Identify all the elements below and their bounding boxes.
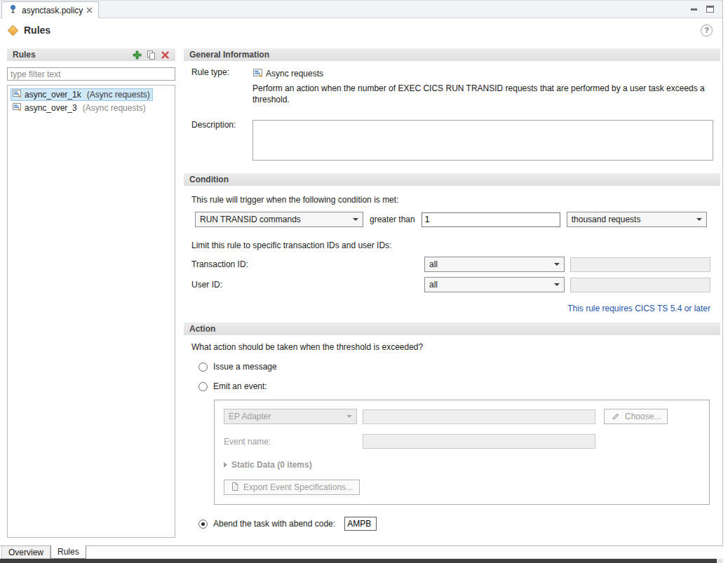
rule-detail-panel: General Information Rule type:: [184, 48, 720, 545]
rules-tree[interactable]: async_over_1k (Async requests): [7, 85, 175, 538]
tab-overview-label: Overview: [8, 548, 43, 557]
condition-operand-value: RUN TRANSID commands: [200, 215, 301, 224]
abend-code-input[interactable]: [344, 517, 377, 531]
view-window-controls: [690, 5, 714, 13]
tab-overview[interactable]: Overview: [1, 545, 50, 559]
radio-icon[interactable]: [198, 520, 208, 529]
transaction-id-input: [570, 257, 710, 272]
chevron-down-icon: [353, 218, 358, 221]
application-window: asynctask.policy Rules ? Rules: [0, 0, 728, 563]
condition-intro: This rule will trigger when the followin…: [184, 195, 720, 205]
help-icon[interactable]: ?: [701, 25, 713, 36]
ep-adapter-name-input: [363, 409, 595, 424]
rule-item-selection: async_over_1k (Async requests): [11, 88, 153, 101]
rule-icon: [12, 88, 22, 100]
rule-type-suffix: (Async requests): [83, 103, 146, 113]
rule-type-row: Rule type: Async reque: [184, 67, 720, 105]
window-resize-grip[interactable]: [717, 559, 723, 563]
condition-unit-value: thousand requests: [572, 215, 641, 224]
main-content: Rules: [0, 43, 723, 545]
tab-rules[interactable]: Rules: [50, 545, 86, 559]
ep-adapter-row: EP Adapter Choose...: [224, 409, 700, 424]
editor-tab-title: asynctask.policy: [22, 6, 83, 15]
cics-version-note: This rule requires CICS TS 5.4 or later: [184, 304, 720, 313]
radio-icon[interactable]: [198, 382, 208, 391]
chevron-down-icon: [696, 218, 702, 221]
rules-list-header: Rules: [7, 48, 175, 61]
chevron-down-icon: [554, 263, 560, 266]
minimize-icon[interactable]: [690, 5, 698, 13]
rule-item-selection: async_over_3 (Async requests): [11, 102, 149, 114]
delete-rule-icon[interactable]: [159, 49, 171, 60]
event-name-input: [363, 434, 595, 449]
rules-diamond-icon: [8, 25, 19, 36]
description-value-cell: [252, 120, 714, 163]
ep-adapter-select: EP Adapter: [224, 409, 357, 424]
user-id-input: [570, 278, 710, 292]
user-id-row: User ID: all: [184, 277, 720, 292]
abend-task-option[interactable]: Abend the task with abend code:: [184, 517, 720, 531]
window-bottom-edge: [0, 559, 723, 563]
transaction-id-label: Transaction ID:: [191, 259, 419, 269]
transaction-id-scope-value: all: [429, 259, 438, 269]
condition-unit-select[interactable]: thousand requests: [567, 212, 707, 227]
policy-file-icon: [8, 4, 18, 17]
rules-list-title: Rules: [13, 50, 36, 60]
editor-page-tabs: Overview Rules: [0, 545, 723, 559]
condition-operator-label: greater than: [370, 215, 415, 224]
editor-tabstrip: asynctask.policy: [0, 1, 722, 18]
rule-icon: [12, 102, 22, 114]
rule-list-item[interactable]: async_over_3 (Async requests): [9, 101, 173, 114]
chevron-down-icon: [554, 283, 560, 286]
action-question: What action should be taken when the thr…: [184, 342, 720, 352]
event-name-row: Event name:: [224, 434, 700, 449]
static-data-section[interactable]: Static Data (0 items): [224, 460, 700, 470]
condition-header: Condition: [184, 173, 720, 186]
editor-tab-asynctask-policy[interactable]: asynctask.policy: [1, 1, 99, 18]
issue-message-option[interactable]: Issue a message: [184, 362, 720, 372]
rule-type-description: Perform an action when the number of EXE…: [252, 83, 714, 105]
tab-close-icon[interactable]: [86, 7, 93, 13]
radio-icon[interactable]: [198, 362, 208, 372]
duplicate-rule-icon[interactable]: [145, 49, 157, 60]
add-rule-icon[interactable]: [131, 49, 143, 60]
page-title: Rules: [24, 25, 50, 36]
rule-list-item[interactable]: async_over_1k (Async requests): [9, 88, 173, 101]
export-file-icon: [231, 482, 239, 494]
issue-message-label: Issue a message: [213, 362, 277, 372]
condition-operand-select[interactable]: RUN TRANSID commands: [195, 212, 363, 227]
description-textarea[interactable]: [252, 120, 713, 161]
page-header: Rules ?: [0, 18, 722, 42]
description-row: Description:: [184, 120, 720, 163]
description-label: Description:: [191, 120, 252, 163]
expand-arrow-icon[interactable]: [224, 462, 227, 468]
emit-event-label: Emit an event:: [213, 381, 267, 391]
transaction-id-row: Transaction ID: all: [184, 257, 720, 272]
abend-label: Abend the task with abend code:: [213, 519, 335, 529]
general-information-header: General Information: [184, 48, 720, 61]
user-id-scope-select[interactable]: all: [424, 277, 565, 292]
rule-type-icon: [252, 67, 263, 80]
choose-icon: [611, 411, 621, 422]
user-id-label: User ID:: [191, 280, 419, 290]
rule-name: async_over_3: [25, 103, 77, 113]
export-button-label: Export Event Specifications...: [243, 482, 353, 492]
rules-toolbar: [131, 49, 171, 60]
tab-rules-label: Rules: [58, 547, 79, 557]
static-data-label: Static Data (0 items): [231, 460, 312, 470]
emit-event-option[interactable]: Emit an event:: [184, 381, 720, 391]
transaction-id-scope-select[interactable]: all: [424, 257, 565, 272]
export-row: Export Event Specifications...: [224, 480, 700, 495]
maximize-icon[interactable]: [706, 6, 714, 13]
rule-type-value: Async requests: [266, 69, 323, 79]
threshold-input[interactable]: [422, 212, 560, 227]
chevron-down-icon: [346, 415, 352, 418]
rule-type-label: Rule type:: [191, 67, 252, 105]
ep-adapter-value: EP Adapter: [229, 412, 271, 421]
rule-name: async_over_1k: [25, 90, 81, 100]
user-id-scope-value: all: [429, 280, 438, 290]
rules-list-panel: Rules: [7, 48, 175, 545]
rule-type-suffix: (Async requests): [87, 90, 150, 100]
choose-button-label: Choose...: [625, 412, 661, 421]
rules-filter-input[interactable]: [7, 67, 175, 81]
